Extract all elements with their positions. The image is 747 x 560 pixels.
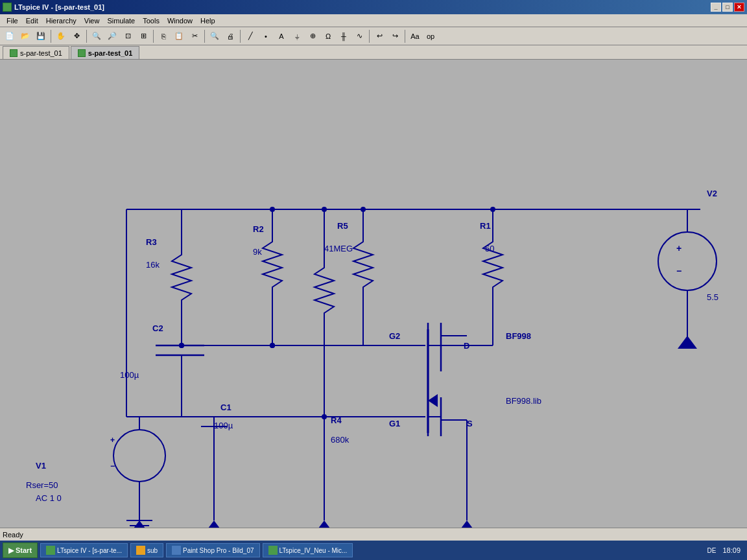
title-bar-left: LTspice IV - [s-par-test_01]	[3, 3, 104, 12]
menu-bar: File Edit Hierarchy View Simulate Tools …	[0, 14, 747, 27]
title-bar: LTspice IV - [s-par-test_01] _ □ ✕	[0, 0, 747, 14]
toolbar: 📄 📂 💾 ✋ ✥ 🔍 🔎 ⊡ ⊞ ⎘ 📋 ✂ 🔍 🖨 ╱ • A ⏚ ⊕ Ω …	[0, 27, 747, 45]
schematic-canvas[interactable]: R3 16k C2 + − V1 Rser=50 AC 1 0	[0, 60, 747, 528]
close-button[interactable]: ✕	[734, 3, 744, 12]
r4-value: 680k	[331, 435, 350, 445]
taskbar-item-ltspice2[interactable]: LTspice_IV_Neu - Mic...	[263, 543, 353, 557]
svg-marker-37	[204, 520, 224, 528]
status-bar: Ready	[0, 528, 747, 541]
move-button[interactable]: ✥	[69, 29, 84, 43]
cut-button[interactable]: ✂	[187, 29, 202, 43]
menu-item-hierarchy[interactable]: Hierarchy	[42, 16, 80, 26]
svg-text:−: −	[110, 461, 115, 471]
status-text: Ready	[3, 531, 23, 539]
toolbar-separator-1	[51, 30, 51, 43]
tab-label-1: s-par-test_01	[20, 49, 62, 57]
toolbar-separator-7	[405, 30, 405, 43]
find-button[interactable]: 🔍	[208, 29, 222, 43]
zoom-in-button[interactable]: 🔍	[89, 29, 104, 43]
hand-button[interactable]: ✋	[54, 29, 68, 43]
toolbar-separator-5	[240, 30, 241, 43]
taskbar-right: DE 18:09	[707, 545, 744, 555]
r3-value: 16k	[146, 260, 160, 270]
label-button[interactable]: A	[274, 29, 289, 43]
menu-item-window[interactable]: Window	[163, 16, 196, 26]
taskbar: ▶ Start LTspice IV - [s-par-te... sub Pa…	[0, 541, 747, 560]
schematic-svg: R3 16k C2 + − V1 Rser=50 AC 1 0	[0, 60, 747, 528]
svg-marker-71	[678, 336, 697, 349]
inductor-button[interactable]: ∿	[352, 29, 366, 43]
svg-text:+: +	[676, 243, 682, 253]
open-button[interactable]: 📂	[18, 29, 32, 43]
r2-value: 9k	[253, 247, 262, 257]
bf998-lib: BF998.lib	[506, 396, 541, 406]
print-button[interactable]: 🖨	[223, 29, 237, 43]
tabs-bar: s-par-test_01 s-par-test_01	[0, 45, 747, 60]
g2-label: G2	[389, 331, 400, 341]
tab-schematic-2[interactable]: s-par-test_01	[71, 46, 139, 59]
capacitor-button[interactable]: ╫	[337, 29, 351, 43]
menu-item-view[interactable]: View	[80, 16, 104, 26]
ground-button[interactable]: ⏚	[290, 29, 304, 43]
taskbar-ltspice-icon	[46, 546, 55, 555]
toolbar-separator-2	[86, 30, 87, 43]
taskbar-ltspice2-icon	[268, 546, 278, 555]
save-button[interactable]: 💾	[34, 29, 48, 43]
paste-button[interactable]: 📋	[172, 29, 186, 43]
zoom-fit-button[interactable]: ⊡	[121, 29, 135, 43]
c2-value: 100µ	[120, 370, 139, 380]
start-label: Start	[16, 546, 32, 554]
start-button[interactable]: ▶ Start	[3, 542, 38, 558]
toolbar-separator-6	[369, 30, 370, 43]
g1-label: G1	[389, 419, 400, 428]
v1-label: V1	[36, 461, 46, 471]
text-button[interactable]: Aa	[408, 29, 422, 43]
zoom-select-button[interactable]: ⊞	[136, 29, 150, 43]
menu-item-tools[interactable]: Tools	[139, 16, 163, 26]
r2-label: R2	[253, 224, 264, 234]
tab-label-2: s-par-test_01	[88, 49, 132, 57]
system-tray-locale: DE	[707, 547, 717, 554]
taskbar-item-sub[interactable]: sub	[130, 543, 163, 557]
v2-label: V2	[707, 189, 717, 198]
taskbar-paint-label: Paint Shop Pro - Bild_07	[183, 547, 254, 554]
taskbar-ltspice2-label: LTspice_IV_Neu - Mic...	[279, 547, 348, 554]
c2-label: C2	[152, 323, 163, 333]
resistor-button[interactable]: Ω	[321, 29, 335, 43]
menu-item-help[interactable]: Help	[196, 16, 219, 26]
svg-point-44	[361, 207, 366, 212]
taskbar-sub-label: sub	[147, 547, 158, 554]
maximize-button[interactable]: □	[722, 3, 733, 12]
new-button[interactable]: 📄	[3, 29, 17, 43]
svg-marker-42	[314, 520, 334, 528]
r5-label: R5	[337, 221, 348, 231]
tab-schematic-1[interactable]: s-par-test_01	[3, 46, 69, 59]
zoom-out-button[interactable]: 🔎	[105, 29, 119, 43]
redo-button[interactable]: ↪	[388, 29, 402, 43]
svg-marker-64	[457, 520, 477, 528]
r3-label: R3	[146, 237, 157, 247]
wire-button[interactable]: ╱	[243, 29, 257, 43]
title-bar-controls: _ □ ✕	[711, 3, 744, 12]
spice-button[interactable]: op	[423, 29, 438, 43]
menu-item-file[interactable]: File	[3, 16, 22, 26]
copy-button[interactable]: ⎘	[156, 29, 171, 43]
component-button[interactable]: ⊕	[305, 29, 320, 43]
menu-item-edit[interactable]: Edit	[22, 16, 42, 26]
taskbar-item-ltspice[interactable]: LTspice IV - [s-par-te...	[40, 543, 128, 557]
undo-button[interactable]: ↩	[372, 29, 386, 43]
taskbar-item-paint[interactable]: Paint Shop Pro - Bild_07	[166, 543, 260, 557]
taskbar-paint-icon	[172, 546, 181, 555]
svg-point-66	[658, 232, 717, 290]
menu-item-simulate[interactable]: Simulate	[103, 16, 139, 26]
v2-value: 5.5	[707, 292, 718, 302]
window-title: LTspice IV - [s-par-test_01]	[14, 3, 104, 11]
taskbar-sub-icon	[136, 546, 145, 555]
minimize-button[interactable]: _	[711, 3, 721, 12]
svg-text:−: −	[676, 266, 682, 276]
junction-button[interactable]: •	[259, 29, 273, 43]
r5-value: 41MEG	[324, 244, 353, 253]
svg-marker-20	[130, 520, 149, 528]
taskbar-ltspice-label: LTspice IV - [s-par-te...	[57, 547, 122, 554]
r1-label: R1	[480, 221, 491, 231]
